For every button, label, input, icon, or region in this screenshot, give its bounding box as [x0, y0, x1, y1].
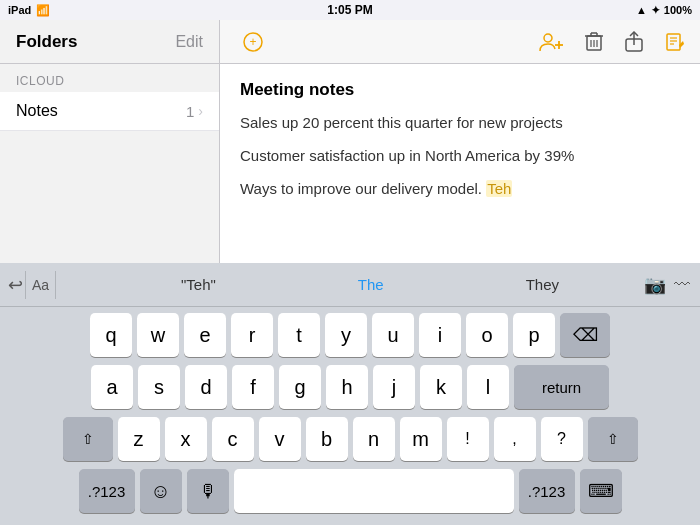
keyboard: q w e r t y u i o p ⌫ a s d f g h j k l …	[0, 307, 700, 525]
key-keyboard[interactable]: ⌨	[580, 469, 622, 513]
key-row-1: q w e r t y u i o p ⌫	[4, 313, 696, 357]
share-icon	[624, 31, 644, 53]
note-line-2: Customer satisfaction up in North Americ…	[240, 145, 680, 166]
key-return[interactable]: return	[514, 365, 609, 409]
status-time: 1:05 PM	[327, 3, 372, 17]
autocomplete-right: 📷 〰	[630, 271, 700, 299]
suggestion-teh-quoted[interactable]: "Teh"	[173, 272, 224, 297]
key-l[interactable]: l	[467, 365, 509, 409]
key-f[interactable]: f	[232, 365, 274, 409]
note-line-3-text: Ways to improve our delivery model.	[240, 180, 482, 197]
bluetooth-icon: ✦	[651, 4, 660, 17]
autocomplete-left: ↩ Aa	[0, 271, 110, 299]
ipad-label: iPad	[8, 4, 31, 16]
key-num-right[interactable]: .?123	[519, 469, 575, 513]
key-s[interactable]: s	[138, 365, 180, 409]
sidebar-header: Folders Edit	[0, 20, 219, 64]
key-row-3: ⇧ z x c v b n m ! , ? ⇧	[4, 417, 696, 461]
key-backspace[interactable]: ⌫	[560, 313, 610, 357]
keyboard-area: ↩ Aa "Teh" The They 📷 〰 q w e r t y u i …	[0, 263, 700, 525]
key-exclaim[interactable]: !	[447, 417, 489, 461]
undo-icon[interactable]: ↩	[8, 274, 23, 296]
suggestion-the[interactable]: The	[350, 272, 392, 297]
trash-icon	[584, 31, 604, 53]
svg-rect-15	[667, 34, 680, 50]
key-q[interactable]: q	[90, 313, 132, 357]
key-mic[interactable]: 🎙	[187, 469, 229, 513]
key-m[interactable]: m	[400, 417, 442, 461]
chevron-right-icon: ›	[198, 103, 203, 119]
status-left: iPad 📶	[8, 4, 50, 17]
camera-icon[interactable]: 📷	[644, 274, 666, 296]
key-r[interactable]: r	[231, 313, 273, 357]
key-a[interactable]: a	[91, 365, 133, 409]
autocomplete-suggestions: "Teh" The They	[110, 272, 630, 297]
highlight-word: Teh	[486, 180, 512, 197]
compose-icon	[664, 31, 686, 53]
add-person-icon	[538, 31, 564, 53]
key-v[interactable]: v	[259, 417, 301, 461]
key-i[interactable]: i	[419, 313, 461, 357]
delete-button[interactable]	[582, 29, 606, 55]
key-b[interactable]: b	[306, 417, 348, 461]
key-row-4: .?123 ☺ 🎙 .?123 ⌨	[4, 469, 696, 513]
key-c[interactable]: c	[212, 417, 254, 461]
divider2	[55, 271, 56, 299]
key-x[interactable]: x	[165, 417, 207, 461]
back-button[interactable]: +	[240, 29, 266, 55]
add-person-button[interactable]	[536, 29, 566, 55]
note-title: Meeting notes	[240, 80, 680, 100]
key-comma[interactable]: ,	[494, 417, 536, 461]
key-emoji[interactable]: ☺	[140, 469, 182, 513]
wifi-icon: 📶	[36, 4, 50, 17]
key-e[interactable]: e	[184, 313, 226, 357]
svg-text:+: +	[249, 35, 256, 49]
key-h[interactable]: h	[326, 365, 368, 409]
key-shift-left[interactable]: ⇧	[63, 417, 113, 461]
format-icon[interactable]: Aa	[32, 277, 49, 293]
key-num-left[interactable]: .?123	[79, 469, 135, 513]
key-o[interactable]: o	[466, 313, 508, 357]
key-question[interactable]: ?	[541, 417, 583, 461]
wavy-icon[interactable]: 〰	[674, 276, 690, 294]
status-right: ▲ ✦ 100%	[636, 4, 692, 17]
icloud-section-label: ICLOUD	[0, 64, 219, 92]
key-j[interactable]: j	[373, 365, 415, 409]
status-bar: iPad 📶 1:05 PM ▲ ✦ 100%	[0, 0, 700, 20]
share-button[interactable]	[622, 29, 646, 55]
sidebar-item-left: Notes	[16, 102, 58, 120]
key-shift-right[interactable]: ⇧	[588, 417, 638, 461]
key-k[interactable]: k	[420, 365, 462, 409]
sidebar-item-right: 1 ›	[186, 103, 203, 120]
note-toolbar: +	[220, 20, 700, 64]
notes-folder-name: Notes	[16, 102, 58, 120]
back-icon: +	[242, 31, 264, 53]
compose-button[interactable]	[662, 29, 688, 55]
divider	[25, 271, 26, 299]
key-z[interactable]: z	[118, 417, 160, 461]
key-space[interactable]	[234, 469, 514, 513]
key-d[interactable]: d	[185, 365, 227, 409]
key-t[interactable]: t	[278, 313, 320, 357]
notes-folder-item[interactable]: Notes 1 ›	[0, 92, 219, 131]
key-w[interactable]: w	[137, 313, 179, 357]
key-u[interactable]: u	[372, 313, 414, 357]
key-p[interactable]: p	[513, 313, 555, 357]
suggestion-they[interactable]: They	[518, 272, 567, 297]
key-g[interactable]: g	[279, 365, 321, 409]
key-y[interactable]: y	[325, 313, 367, 357]
note-line-3: Ways to improve our delivery model. Teh	[240, 178, 680, 199]
edit-button[interactable]: Edit	[175, 33, 203, 51]
svg-point-2	[544, 34, 552, 42]
battery-label: 100%	[664, 4, 692, 16]
note-line-1: Sales up 20 percent this quarter for new…	[240, 112, 680, 133]
key-row-2: a s d f g h j k l return	[4, 365, 696, 409]
key-n[interactable]: n	[353, 417, 395, 461]
sidebar-title: Folders	[16, 32, 77, 52]
notes-count: 1	[186, 103, 194, 120]
signal-icon: ▲	[636, 4, 647, 16]
autocomplete-bar: ↩ Aa "Teh" The They 📷 〰	[0, 263, 700, 307]
